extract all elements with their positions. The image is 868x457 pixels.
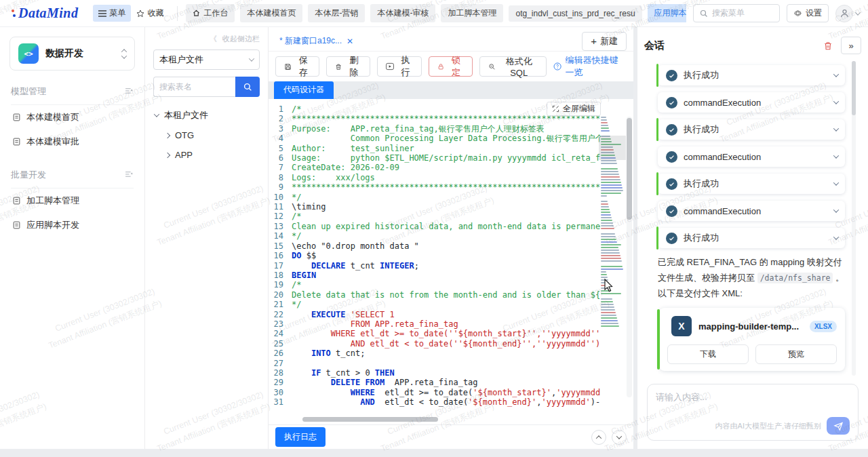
menu-button[interactable]: 菜单: [93, 5, 131, 22]
table-search-input[interactable]: [153, 77, 235, 97]
table-search-button[interactable]: [235, 77, 260, 97]
success-accent: [656, 172, 658, 195]
chevron-down-icon: [249, 56, 254, 61]
chevron-down-icon: [833, 153, 839, 158]
minimap-line: [601, 287, 610, 289]
panel-up-button[interactable]: [591, 430, 606, 445]
tree-node[interactable]: APP: [153, 145, 260, 165]
nav-tab-label: 工作台: [203, 7, 228, 19]
code-lines[interactable]: 1/*2************************************…: [269, 104, 601, 415]
collapse-sidebar-button[interactable]: 《 收起侧边栏: [153, 34, 260, 44]
new-window-button[interactable]: + 新建: [582, 32, 627, 51]
minimap-line: [601, 163, 617, 164]
tab-code-designer[interactable]: 代码设计器: [274, 81, 334, 99]
session-step-label: 执行成功: [684, 69, 828, 81]
tree-root-node[interactable]: 本租户文件: [153, 105, 260, 125]
nav-tab[interactable]: 加工脚本管理: [441, 4, 503, 22]
table-search-row: [153, 77, 260, 97]
tree-node[interactable]: OTG: [153, 125, 260, 145]
chevron-up-icon: [596, 435, 601, 441]
close-icon[interactable]: ✕: [347, 37, 353, 46]
minimap[interactable]: [601, 117, 624, 397]
run-button[interactable]: 执行: [377, 56, 422, 77]
nav-tab[interactable]: 本体建模-审核: [370, 4, 435, 22]
session-step-card[interactable]: commandExecution: [658, 201, 845, 221]
code-line: 4 Common Processing Layer Data Processin…: [269, 134, 601, 143]
sidebar-item[interactable]: 应用脚本开发: [9, 213, 135, 237]
minimap-line: [601, 171, 618, 172]
collapse-session-button[interactable]: »: [841, 37, 861, 54]
tree-root-label: 本租户文件: [164, 109, 208, 121]
clear-session-button[interactable]: [823, 41, 833, 51]
code-text: Common Processing Layer Data Processing.…: [292, 134, 601, 143]
minimap-line: [601, 315, 616, 316]
sidebar-item[interactable]: 加工脚本管理: [9, 188, 135, 213]
session-scrollbar[interactable]: [852, 61, 856, 376]
tab-execution-log[interactable]: 执行日志: [275, 427, 326, 447]
session-step-card[interactable]: 执行成功: [658, 228, 845, 248]
fullscreen-edit-button[interactable]: 全屏编辑: [547, 102, 601, 116]
user-menu[interactable]: [835, 5, 860, 22]
vertical-scrollbar-thumb[interactable]: [627, 118, 632, 220]
code-line: 23 FROM APP.reta_fina_tag: [269, 319, 601, 329]
delete-label: 删除: [347, 54, 361, 79]
minimap-line: [601, 298, 612, 300]
shortcut-help-link[interactable]: 编辑器快捷键一览: [553, 54, 627, 79]
code-line: 10*/: [269, 193, 601, 202]
excel-file-icon: X: [671, 316, 692, 336]
magic-format-icon: [488, 62, 496, 71]
app-switcher[interactable]: <> 数据开发: [9, 37, 135, 71]
download-button[interactable]: 下载: [667, 344, 749, 364]
session-step-card[interactable]: 执行成功: [658, 65, 845, 85]
preview-button[interactable]: 预览: [755, 344, 837, 364]
section-collapse-button[interactable]: [125, 87, 134, 97]
file-tab-active[interactable]: * 新建窗口a19c... ✕: [275, 33, 357, 49]
session-step-label: 执行成功: [684, 232, 828, 244]
code-line: 26 INTO t_cnt;: [269, 349, 601, 358]
horizontal-scrollbar-thumb[interactable]: [302, 417, 438, 422]
file-tab-label: * 新建窗口a19c...: [279, 35, 342, 47]
minimap-line: [601, 209, 610, 210]
file-scope-select[interactable]: 本租户文件: [153, 49, 260, 70]
nav-tab[interactable]: 本体建模首页: [240, 4, 302, 22]
code-text: BEGIN: [292, 271, 316, 280]
session-step-card[interactable]: commandExecution: [658, 92, 845, 113]
session-step-card[interactable]: 执行成功: [658, 119, 845, 140]
nav-tab[interactable]: 本体层-营销: [308, 4, 365, 22]
code-text: FROM APP.reta_fina_tag: [292, 319, 458, 329]
delete-button[interactable]: 删除: [326, 56, 370, 77]
trash-icon: [335, 62, 342, 71]
minimap-line: [601, 239, 616, 240]
success-accent: [656, 226, 658, 250]
session-step-card[interactable]: 执行成功: [658, 174, 845, 194]
sidebar-item[interactable]: 本体建模审批: [9, 130, 135, 154]
session-scrollbar-thumb[interactable]: [852, 61, 856, 115]
lock-button[interactable]: 锁定: [429, 56, 473, 77]
line-number: 27: [269, 359, 292, 368]
section-collapse-button[interactable]: [125, 170, 134, 180]
settings-button[interactable]: 设置: [787, 4, 829, 22]
sidebar-item[interactable]: 本体建模首页: [9, 105, 135, 130]
left-sidebar: <> 数据开发 模型管理本体建模首页本体建模审批批量开发加工脚本管理应用脚本开发: [0, 27, 145, 449]
minimap-line: [601, 250, 619, 251]
panel-down-button[interactable]: [612, 430, 627, 445]
format-sql-button[interactable]: 格式化SQL: [479, 56, 547, 77]
minimap-line: [601, 279, 608, 281]
nav-tab[interactable]: 应用脚本开发✕: [648, 4, 686, 22]
minimap-line: [601, 282, 609, 283]
favorites-button[interactable]: 收藏: [131, 5, 169, 22]
line-number: 15: [269, 241, 292, 251]
send-button[interactable]: [827, 417, 850, 435]
menu-search-input[interactable]: 搜索菜单: [693, 4, 780, 22]
chat-input-box[interactable]: 请输入内容... 内容由AI大模型生产,请仔细甄别: [647, 384, 859, 441]
nav-tab[interactable]: 工作台: [186, 4, 235, 22]
session-step-card[interactable]: commandExecution: [658, 146, 845, 167]
save-button[interactable]: 保存: [275, 56, 319, 77]
nav-tab[interactable]: otg_indvl_cust_ins_prd_rec_resu: [509, 5, 642, 22]
code-line: 20Delete data that is not from the month…: [269, 290, 601, 300]
chevron-down-icon: [833, 125, 839, 131]
chevron-right-icon: [165, 152, 170, 157]
vertical-scrollbar[interactable]: [627, 117, 632, 397]
code-editor[interactable]: 全屏编辑 1/*2*******************************…: [269, 99, 633, 424]
minimap-line: [601, 119, 607, 121]
